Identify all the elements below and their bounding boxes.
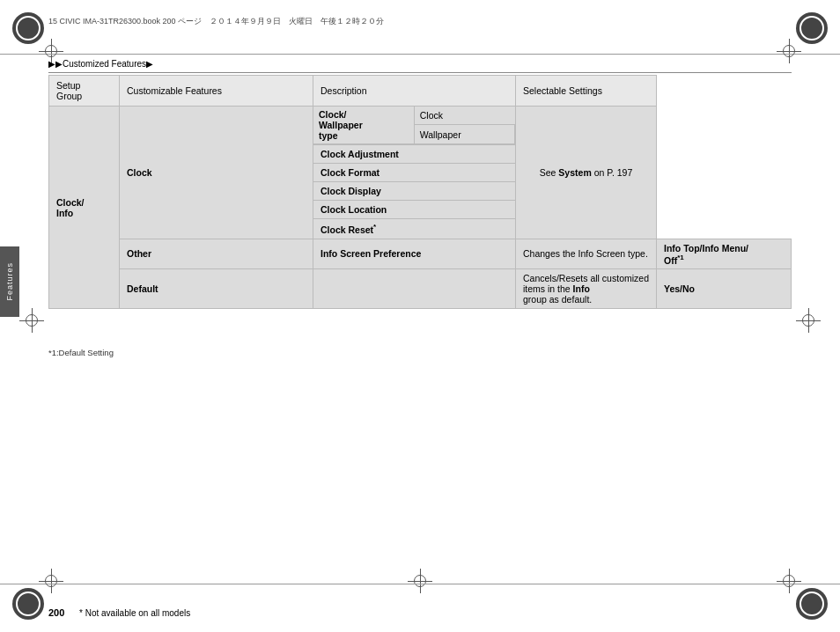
cell-default-description — [313, 269, 516, 309]
th-customizable: Customizable Features — [120, 76, 313, 107]
cell-clock-adjustment: Clock Adjustment — [313, 145, 516, 164]
cell-clock-reset: Clock Reset* — [313, 219, 516, 239]
cell-info-settings: Info Top/Info Menu/ Off*1 — [657, 239, 792, 269]
th-selectable: Selectable Settings — [516, 76, 657, 107]
cell-other-label: Other — [120, 239, 313, 269]
th-setup-group: Setup Group — [49, 76, 120, 107]
page-number: 200 — [48, 607, 64, 618]
top-header: 15 CIVIC IMA-31TR26300.book 200 ページ ２０１４… — [0, 0, 840, 55]
sidebar-tab-label: Features — [5, 262, 14, 301]
cell-default-description-text: Cancels/Resets all customized items in t… — [516, 269, 657, 309]
file-info-bar: 15 CIVIC IMA-31TR26300.book 200 ページ ２０１４… — [48, 16, 792, 27]
cell-clock-label: Clock — [120, 107, 313, 239]
cell-see-system: See System on P. 197 — [516, 107, 657, 239]
main-content: Setup Group Customizable Features Descri… — [48, 75, 792, 579]
cell-clock-format: Clock Format — [313, 164, 516, 182]
breadcrumb: ▶▶Customized Features▶ — [48, 59, 792, 73]
cell-clock-wallpaper-type: Clock/ Wallpaper type Clock Wallpaper — [313, 107, 516, 145]
features-table: Setup Group Customizable Features Descri… — [48, 75, 792, 309]
sidebar-tab: Features — [0, 246, 19, 317]
cell-info-description: Changes the Info Screen type. — [516, 239, 657, 269]
footnote: *1:Default Setting — [48, 348, 114, 357]
cell-default-label: Default — [120, 269, 313, 309]
crosshair-mid-right — [796, 308, 821, 333]
cell-clock-location: Clock Location — [313, 201, 516, 219]
crosshair-mid-left — [19, 308, 44, 333]
th-description: Description — [313, 76, 516, 107]
cell-clock-info-group: Clock/ Info — [49, 107, 120, 309]
cell-clock-display: Clock Display — [313, 182, 516, 201]
bottom-note: * Not available on all models — [79, 608, 190, 618]
cell-default-settings: Yes/No — [657, 269, 792, 309]
cell-info-screen-pref: Info Screen Preference — [313, 239, 516, 269]
bottom-bar: 200 * Not available on all models — [0, 584, 840, 632]
